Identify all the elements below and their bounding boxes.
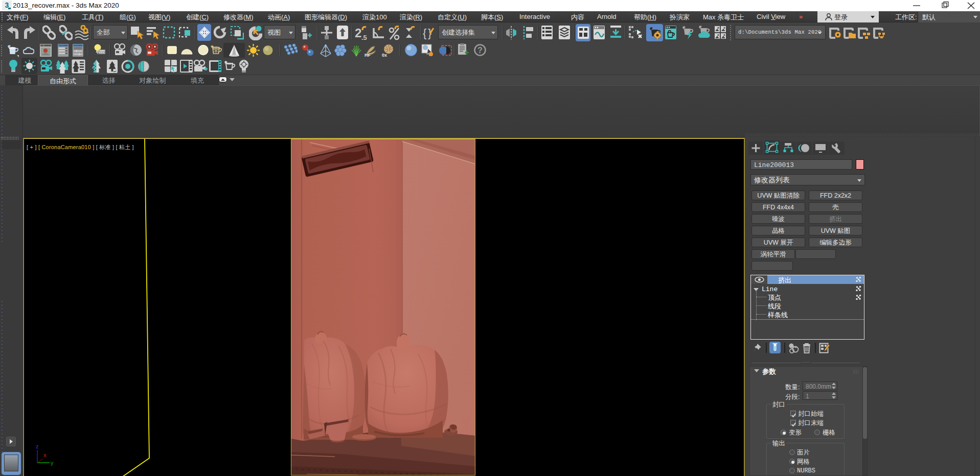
svg-text:0x: 0x [382,53,387,57]
svg-text:{: { [423,27,426,39]
svg-text:.5: .5 [361,34,367,40]
svg-text:x: x [43,452,47,458]
svg-text:2: 2 [355,26,361,40]
svg-text:z: z [36,443,39,449]
svg-text:?: ? [477,46,483,55]
svg-text:y: y [51,460,54,466]
svg-text:HF: HF [364,53,371,57]
